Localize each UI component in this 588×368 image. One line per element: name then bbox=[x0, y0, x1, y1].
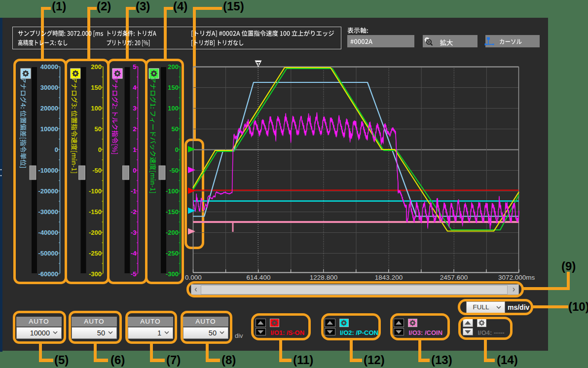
svg-text:-100: -100 bbox=[89, 187, 102, 195]
svg-text:20000: 20000 bbox=[40, 105, 58, 112]
svg-text:-1: -1 bbox=[131, 187, 137, 195]
svg-text:-300: -300 bbox=[89, 270, 102, 278]
svg-text:0.000: 0.000 bbox=[185, 274, 202, 281]
svg-text:150: 150 bbox=[168, 84, 179, 91]
svg-text:40000: 40000 bbox=[40, 63, 58, 71]
svg-text:0: 0 bbox=[55, 146, 58, 153]
svg-text:-20000: -20000 bbox=[38, 187, 58, 195]
svg-text:30000: 30000 bbox=[40, 84, 58, 91]
svg-text:3072.000ms: 3072.000ms bbox=[498, 274, 535, 281]
svg-text:I/O1: /S-ON: I/O1: /S-ON bbox=[271, 329, 305, 336]
svg-text:100: 100 bbox=[168, 105, 179, 112]
svg-text:I/O4: -----: I/O4: ----- bbox=[478, 329, 505, 336]
svg-text:-250: -250 bbox=[166, 250, 179, 257]
svg-text:200: 200 bbox=[91, 63, 102, 71]
svg-text:-30000: -30000 bbox=[38, 208, 58, 216]
svg-text:-60000: -60000 bbox=[38, 270, 58, 278]
svg-text:-40000: -40000 bbox=[38, 229, 58, 236]
svg-text:50: 50 bbox=[95, 125, 102, 133]
svg-text:-5: -5 bbox=[131, 270, 137, 278]
svg-text:1843.200: 1843.200 bbox=[375, 274, 403, 281]
svg-text:-200: -200 bbox=[166, 229, 179, 236]
svg-text:2457.600: 2457.600 bbox=[440, 274, 468, 281]
svg-text:-200: -200 bbox=[89, 229, 102, 236]
svg-text:50: 50 bbox=[172, 125, 179, 133]
svg-text:10000: 10000 bbox=[40, 125, 58, 133]
svg-text:1228.800: 1228.800 bbox=[310, 274, 337, 281]
svg-text:100: 100 bbox=[91, 105, 102, 112]
svg-text:div: div bbox=[235, 332, 243, 339]
svg-text:-2: -2 bbox=[131, 208, 137, 216]
svg-text:-150: -150 bbox=[166, 208, 179, 216]
svg-text:-250: -250 bbox=[89, 250, 102, 257]
svg-text:-3: -3 bbox=[131, 229, 137, 236]
svg-text:-150: -150 bbox=[89, 208, 102, 216]
svg-text:-50: -50 bbox=[169, 167, 179, 174]
svg-text:I/O3: /COIN: I/O3: /COIN bbox=[409, 329, 443, 336]
svg-text:200: 200 bbox=[168, 63, 179, 71]
svg-text:-10000: -10000 bbox=[38, 167, 58, 174]
svg-text:-50: -50 bbox=[92, 167, 102, 174]
svg-text:-300: -300 bbox=[166, 270, 179, 278]
svg-text:-100: -100 bbox=[166, 187, 179, 195]
svg-text:614.400: 614.400 bbox=[247, 274, 271, 281]
svg-text:ms/div: ms/div bbox=[508, 303, 530, 311]
svg-text:I/O2: /P-CON: I/O2: /P-CON bbox=[340, 329, 378, 336]
svg-text:150: 150 bbox=[91, 84, 102, 91]
svg-text:-50000: -50000 bbox=[38, 250, 58, 257]
